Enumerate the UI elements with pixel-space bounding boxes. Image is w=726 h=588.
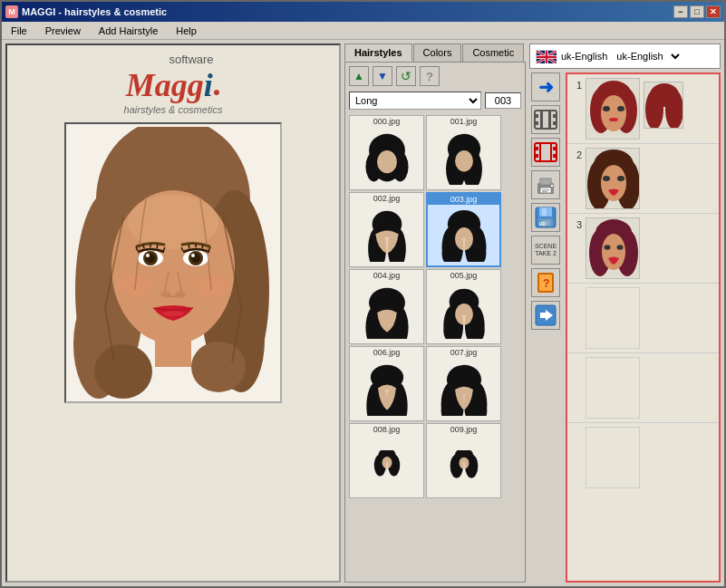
logo-dot: ● xyxy=(213,85,220,99)
apply-hairstyle-button[interactable]: ➜ xyxy=(531,72,560,101)
hair-cell-002[interactable]: 002.jpg xyxy=(349,192,424,267)
logo-maggi-red: Magg xyxy=(126,67,204,103)
svg-point-40 xyxy=(455,227,473,249)
slot-face-thumb-1 xyxy=(644,82,683,129)
svg-rect-74 xyxy=(535,143,557,161)
print-button[interactable] xyxy=(531,170,560,199)
tab-colors[interactable]: Colors xyxy=(413,43,462,62)
hair-cell-000[interactable]: 000.jpg xyxy=(349,115,424,190)
hair-cell-008[interactable]: 008.jpg xyxy=(349,423,424,498)
svg-point-61 xyxy=(382,457,392,468)
slot-face-svg-1 xyxy=(586,79,640,140)
hair-svg-000 xyxy=(358,132,416,185)
svg-point-104 xyxy=(609,118,618,121)
hair-image-007 xyxy=(427,358,500,420)
hair-row-3: 006.jpg 007.jpg xyxy=(349,346,521,421)
svg-rect-69 xyxy=(535,121,538,125)
preview-slot-2[interactable]: 2 xyxy=(567,144,719,214)
logo-area: software Maggi● hairstyles & cosmetics xyxy=(124,53,223,115)
svg-point-13 xyxy=(146,254,150,257)
close-button[interactable]: ✕ xyxy=(706,5,721,18)
hair-svg-007 xyxy=(435,363,493,416)
language-select[interactable]: uk-English de-Deutsch xyxy=(613,50,682,63)
svg-point-103 xyxy=(617,106,624,111)
svg-point-112 xyxy=(603,176,610,181)
filter-code-input[interactable] xyxy=(485,92,521,109)
hair-svg-002 xyxy=(358,209,416,262)
svg-rect-73 xyxy=(548,111,551,129)
menu-preview[interactable]: Preview xyxy=(40,24,86,38)
preview-slot-3[interactable]: 3 xyxy=(567,214,719,284)
help-book-icon: ? xyxy=(533,270,558,295)
hair-svg-004 xyxy=(358,286,416,339)
hair-grid[interactable]: 000.jpg xyxy=(349,115,521,578)
printer-icon xyxy=(533,172,558,198)
exit-button[interactable] xyxy=(531,301,560,330)
empty-slot-5 xyxy=(586,357,640,419)
save-button[interactable]: HD xyxy=(531,203,560,232)
hair-cell-005[interactable]: 005.jpg xyxy=(426,269,501,344)
preview-slot-4[interactable] xyxy=(567,284,719,353)
scene-button[interactable]: SCENETAKE 2 xyxy=(531,236,560,265)
hair-image-006 xyxy=(350,358,423,420)
refresh-button[interactable]: ↺ xyxy=(396,66,416,86)
minimize-button[interactable]: − xyxy=(673,5,688,18)
menu-add-hairstyle[interactable]: Add Hairstyle xyxy=(93,24,163,38)
menu-help[interactable]: Help xyxy=(170,24,202,38)
svg-point-5 xyxy=(94,344,152,399)
hair-cell-009[interactable]: 009.jpg xyxy=(426,423,501,498)
help-tool-button[interactable]: ? xyxy=(531,268,560,297)
slot-thumb-1 xyxy=(586,78,640,140)
svg-point-18 xyxy=(160,291,171,298)
tab-cosmetic[interactable]: Cosmetic xyxy=(462,43,524,62)
svg-rect-67 xyxy=(535,111,557,129)
hair-row-0: 000.jpg xyxy=(349,115,521,190)
svg-point-119 xyxy=(617,245,624,250)
tools-column: ➜ xyxy=(529,72,562,583)
menu-file[interactable]: File xyxy=(5,24,33,38)
svg-rect-68 xyxy=(535,114,538,118)
hair-label-009: 009.jpg xyxy=(427,424,500,435)
scene-icon: SCENETAKE 2 xyxy=(535,243,557,258)
maximize-button[interactable]: □ xyxy=(690,5,704,18)
filter-row: Long Short Medium xyxy=(349,92,521,110)
cut-button[interactable] xyxy=(531,138,560,167)
hair-cell-001[interactable]: 001.jpg xyxy=(426,115,501,190)
hair-cell-004[interactable]: 004.jpg xyxy=(349,269,424,344)
empty-slot-6 xyxy=(586,427,640,488)
preview-slot-6[interactable] xyxy=(567,423,719,492)
nav-down-button[interactable]: ▼ xyxy=(373,66,392,86)
svg-point-65 xyxy=(459,458,469,469)
tools-preview-area: ➜ xyxy=(529,72,721,583)
hair-image-004 xyxy=(350,281,423,343)
svg-rect-77 xyxy=(553,147,557,150)
film-button[interactable] xyxy=(531,105,560,134)
hair-label-003: 003.jpg xyxy=(428,194,499,205)
hair-image-001 xyxy=(427,127,500,189)
hair-cell-007[interactable]: 007.jpg xyxy=(426,346,501,421)
category-select[interactable]: Long Short Medium xyxy=(349,92,481,110)
hair-svg-009 xyxy=(435,450,493,482)
preview-slot-1[interactable]: 1 xyxy=(567,74,719,144)
slot-thumb-3 xyxy=(586,217,640,279)
svg-rect-86 xyxy=(551,185,553,187)
browser-content: ▲ ▼ ↺ ? Long Short Medium xyxy=(344,62,526,583)
empty-slot-4 xyxy=(586,287,640,349)
hair-svg-001 xyxy=(435,132,493,185)
svg-rect-84 xyxy=(542,189,549,191)
slot-face-svg-2 xyxy=(586,149,640,209)
help-button[interactable]: ? xyxy=(420,66,440,86)
svg-rect-76 xyxy=(535,154,538,158)
tab-hairstyles[interactable]: Hairstyles xyxy=(344,43,412,62)
hair-cell-006[interactable]: 006.jpg xyxy=(349,346,424,421)
svg-point-6 xyxy=(191,342,246,392)
preview-slot-5[interactable] xyxy=(567,353,719,423)
hair-label-000: 000.jpg xyxy=(350,116,423,127)
nav-up-button[interactable]: ▲ xyxy=(349,66,369,86)
svg-rect-85 xyxy=(542,191,547,193)
svg-point-17 xyxy=(191,254,195,257)
preview-slots[interactable]: 1 xyxy=(566,72,721,583)
svg-text:?: ? xyxy=(543,277,549,290)
hair-cell-003[interactable]: 003.jpg xyxy=(426,192,501,267)
browser-panel: Hairstyles Colors Cosmetic ▲ ▼ ↺ ? Long … xyxy=(344,43,526,583)
